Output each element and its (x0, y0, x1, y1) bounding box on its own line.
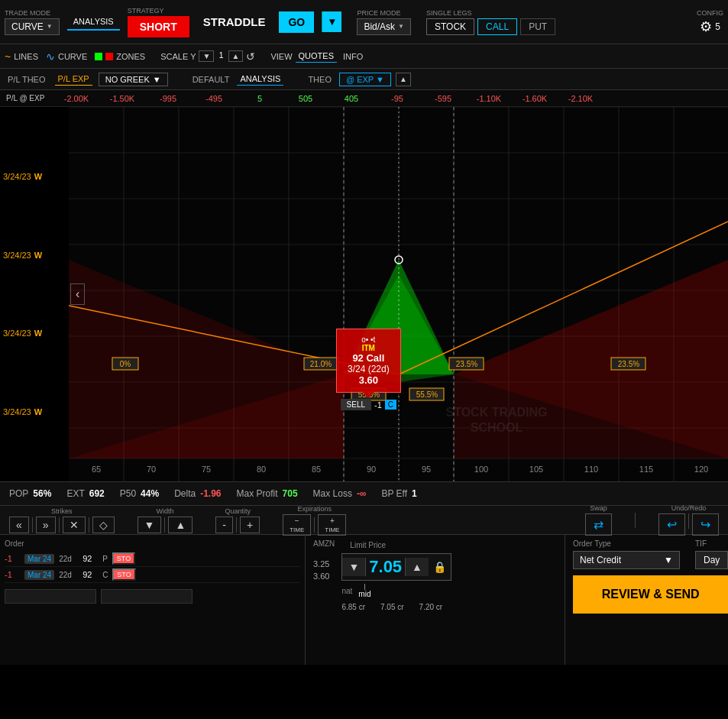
order-qty-2: -1 (5, 570, 20, 579)
chart-area: 3/24/23 W 3/24/23 W 3/24/23 W 3/24/23 W … (0, 107, 728, 481)
analysis-curve-button[interactable]: ANALYSIS (237, 73, 283, 86)
tif-label: TIF (695, 539, 728, 548)
no-greek-button[interactable]: NO GREEK ▼ (99, 73, 168, 86)
go-arrow-button[interactable]: ▼ (322, 11, 341, 32)
chart-left-arrow-button[interactable]: ‹ (70, 283, 85, 305)
width-increase-button[interactable]: ▲ (168, 517, 193, 533)
tif-select[interactable]: Day (695, 551, 728, 569)
pl-exp-button[interactable]: P/L EXP (55, 73, 92, 86)
strikes-sep-3 (89, 517, 89, 533)
svg-text:55.5%: 55.5% (416, 390, 438, 399)
put-leg-button[interactable]: PUT (520, 18, 555, 35)
ticker-price-2: 3.60 (313, 572, 329, 581)
at-exp-arrow-down: ▼ (376, 75, 384, 84)
max-loss-label: Max Loss (313, 488, 352, 499)
date-label-3: 3/24/23 W (0, 329, 69, 338)
svg-text:70: 70 (147, 465, 156, 474)
theo-button[interactable]: THEO (305, 73, 335, 86)
strikes-increase-all-button[interactable]: » (36, 517, 56, 533)
w-badge-1: W (34, 172, 42, 181)
tooltip-symbol: o• •t (348, 335, 390, 344)
svg-text:0%: 0% (120, 360, 131, 368)
strikes-decrease-all-button[interactable]: « (9, 517, 29, 533)
order-qty-1: -1 (5, 554, 20, 563)
default-curve-button[interactable]: DEFAULT (189, 73, 233, 86)
width-decrease-button[interactable]: ▼ (138, 517, 162, 533)
order-input-1[interactable] (5, 589, 96, 604)
redo-button[interactable]: ↪ (692, 513, 719, 536)
ticker-price-1: 3.25 (313, 559, 329, 568)
at-exp-button[interactable]: @ EXP ▼ (339, 73, 391, 86)
qty-sep (236, 517, 237, 533)
limit-value[interactable]: 7.05 (366, 554, 405, 580)
pl-values-row: P/L @ EXP -2.00K -1.50K -995 -495 5 505 … (0, 90, 728, 107)
stock-leg-button[interactable]: STOCK (426, 18, 474, 35)
quantity-increase-button[interactable]: + (240, 517, 260, 533)
svg-text:SCHOOL: SCHOOL (471, 421, 523, 434)
tooltip-itm: ITM (348, 344, 390, 352)
order-input-2[interactable] (101, 589, 193, 604)
order-type-section: Order Type Net Credit ▼ (573, 539, 680, 569)
pl-theo-button[interactable]: P/L THEO (5, 73, 49, 86)
scale-down-button[interactable]: ▼ (199, 50, 214, 62)
date-label-2: 3/24/23 W (0, 251, 69, 260)
ticker-label: AMZN (313, 539, 335, 549)
sell-button[interactable]: SELL (341, 399, 371, 410)
short-button[interactable]: SHORT (128, 16, 189, 37)
refresh-icon[interactable]: ↺ (246, 50, 255, 63)
review-send-button[interactable]: REVIEW & SEND (573, 575, 728, 614)
swap-button[interactable]: ⇄ (585, 513, 612, 536)
go-button[interactable]: GO (279, 11, 314, 33)
price-range-row: 6.85 cr 7.05 cr 7.20 cr (341, 603, 451, 611)
nat-mid-row: nat mid (341, 584, 451, 598)
trade-mode-dropdown[interactable]: CURVE ▼ (5, 18, 60, 35)
limit-increase-button[interactable]: ▲ (405, 558, 429, 576)
theo-exp-section: THEO @ EXP ▼ ▲ (305, 73, 410, 86)
info-button[interactable]: INFO (340, 50, 366, 63)
tooltip-option: 92 Call (348, 352, 390, 364)
undo-button[interactable]: ↩ (658, 513, 685, 536)
undo-sep (688, 513, 689, 529)
call-leg-button[interactable]: CALL (477, 18, 517, 35)
lock-icon[interactable]: 🔒 (429, 561, 451, 573)
sto-button-1[interactable]: STO (112, 552, 135, 565)
pl-val-7: -95 (374, 94, 420, 103)
pl-val-3: -495 (191, 94, 237, 103)
limit-price-label: Limit Price (350, 541, 386, 549)
price-mode-dropdown[interactable]: Bid/Ask ▼ (357, 18, 411, 35)
order-type-value: Net Credit (580, 555, 621, 565)
amzn-limit-section: AMZN Limit Price 3.25 3.60 ▼ 7.05 ▲ 🔒 (306, 535, 565, 665)
lines-icon: ~ (5, 50, 11, 63)
config-gear-icon[interactable]: ⚙ (700, 18, 712, 35)
pl-val-0: -2.00K (53, 94, 99, 103)
analysis-tab[interactable]: ANALYSIS (67, 14, 120, 31)
strikes-collapse-button[interactable]: ✕ (63, 517, 86, 533)
config-num: 5 (715, 21, 720, 32)
order-type-label: Order Type (573, 539, 680, 548)
quotes-button[interactable]: QUOTES (296, 50, 337, 63)
scale-up-button[interactable]: ▲ (228, 50, 244, 62)
limit-decrease-button[interactable]: ▼ (342, 558, 366, 576)
at-exp-up-button[interactable]: ▲ (396, 73, 411, 86)
quantity-decrease-button[interactable]: - (215, 517, 233, 533)
pop-label: POP (9, 488, 28, 499)
c-badge-button[interactable]: C (385, 400, 396, 410)
order-date-1: Mar 24 (24, 554, 54, 564)
lines-label: LINES (14, 52, 38, 61)
svg-text:STOCK TRADING: STOCK TRADING (445, 406, 547, 419)
exp-time-up-button[interactable]: +TIME (318, 514, 346, 536)
ext-value: 692 (89, 488, 105, 499)
strikes-expand-button[interactable]: ◇ (92, 517, 115, 533)
curve-section: ∿ CURVE (46, 50, 87, 63)
strikes-sep-2 (59, 517, 60, 533)
exp-time-down-button[interactable]: −TIME (283, 514, 311, 536)
sto-button-2[interactable]: STO (112, 568, 135, 581)
tif-section: TIF Day (695, 539, 728, 569)
chart-svg: 65 70 75 80 85 90 95 100 105 110 115 120… (69, 107, 728, 481)
order-type-select[interactable]: Net Credit ▼ (573, 551, 680, 569)
order-left: STO Order -1 Mar 24 22d 92 P STO -1 Mar … (0, 535, 306, 665)
pl-val-9: -1.10K (466, 94, 512, 103)
scale-y-label: SCALE Y (160, 52, 196, 61)
svg-text:100: 100 (474, 465, 488, 474)
zones-label: ZONES (116, 52, 145, 61)
